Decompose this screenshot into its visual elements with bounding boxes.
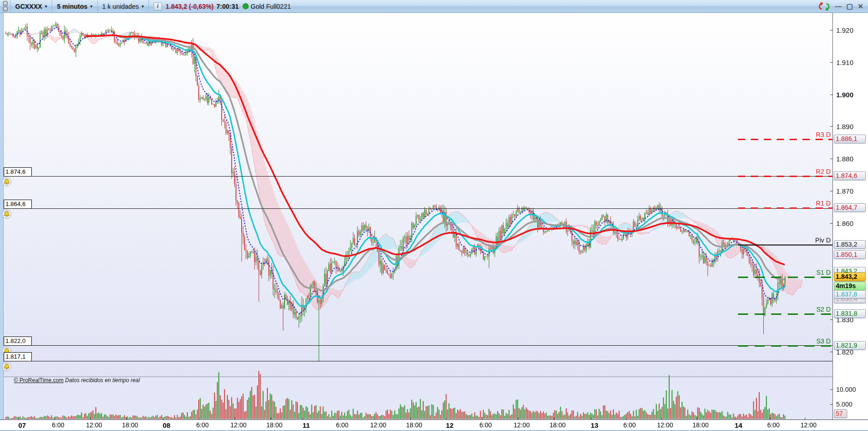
- volume-axis-tick: 10.000: [836, 386, 856, 393]
- ma-red-value-label: 1.850,1: [834, 250, 866, 259]
- time-axis-label: 18:00: [122, 421, 138, 429]
- alert-price-box[interactable]: 1.817,1: [4, 352, 32, 361]
- time-axis-label: 18:00: [549, 421, 565, 429]
- quote-time: 7:00:31: [216, 3, 238, 10]
- maximize-button[interactable]: ▢: [846, 3, 853, 10]
- pivot-level-label-piv-d: Piv D: [815, 236, 831, 244]
- timeframe-dropdown[interactable]: 5 minutos ▾: [52, 0, 97, 12]
- instrument-label: GCXXXX: [15, 3, 42, 10]
- pivot-level-label-r3-d: R3 D: [816, 131, 831, 138]
- time-axis-label: 07: [18, 421, 26, 429]
- alarm-bell-icon[interactable]: [2, 177, 12, 187]
- pivot-level-label-s2-d: S2 D: [816, 306, 831, 313]
- chevron-down-icon: ▾: [90, 4, 93, 9]
- footer: © ProRealTime.com Datos recibidos en tie…: [5, 371, 140, 390]
- time-axis-label: 18:00: [692, 421, 708, 429]
- time-axis-label: 6:00: [479, 421, 492, 429]
- pivot-level-label-s3-d: S3 D: [816, 337, 831, 345]
- ma-cyan-value-label: 1.837,8: [834, 290, 866, 299]
- time-axis-label: 6:00: [767, 421, 779, 429]
- price-axis-tick: 1.910: [836, 58, 854, 66]
- time-axis-label: 12:00: [513, 421, 529, 429]
- trading-window: GCXXXX ▾ 5 minutos ▾ 1 k unidades ▾ i 1.…: [0, 0, 868, 431]
- time-axis-label: 08: [163, 421, 171, 429]
- s2-price-label: 1.831,8: [834, 309, 866, 318]
- last-price-and-change: 1.843,2 (-0,63%): [166, 3, 214, 10]
- link-icon: [3, 6, 8, 12]
- alert-price-box[interactable]: 1.874,6: [4, 167, 32, 177]
- feed-name: Gold Full0221: [251, 3, 291, 10]
- refresh-icon[interactable]: [818, 2, 830, 11]
- instrument-dropdown[interactable]: GCXXXX ▾: [11, 0, 52, 12]
- time-axis-label: 12:00: [657, 421, 673, 429]
- alarm-bell-icon[interactable]: [2, 209, 12, 219]
- volume-axis-tick: 5.000: [836, 401, 852, 408]
- time-axis-label: 13: [591, 421, 599, 429]
- price-chart-canvas[interactable]: [4, 13, 832, 419]
- time-axis-label: 12:00: [230, 421, 246, 429]
- pivot-level-label-r1-d: R1 D: [816, 200, 831, 207]
- time-axis-label: 12:00: [370, 421, 386, 429]
- time-axis-label: 6:00: [623, 421, 636, 429]
- link-tool-icon[interactable]: [0, 0, 11, 12]
- time-axis-label: 6:00: [196, 421, 208, 429]
- price-axis-border: [832, 13, 833, 419]
- pivot-price-label: 1.853,2: [834, 240, 866, 249]
- timeframe-label: 5 minutos: [57, 3, 87, 10]
- time-axis[interactable]: 076:0012:0018:00086:0012:0018:00116:0012…: [0, 419, 868, 430]
- feed-status-icon: [243, 3, 249, 9]
- price-axis-tick: 1.880: [836, 155, 854, 163]
- chevron-down-icon: ▾: [142, 4, 144, 9]
- r2-price-label: 1.874,6: [834, 171, 866, 180]
- alert-price-box[interactable]: 1.822,0: [4, 337, 32, 346]
- chevron-down-icon: ▾: [45, 4, 47, 9]
- info-icon[interactable]: i: [154, 2, 162, 11]
- link-icon: [3, 1, 8, 6]
- time-axis-label: 6:00: [52, 421, 64, 429]
- s3-price-label: 1.821,9: [834, 341, 866, 350]
- time-axis-label: 18:00: [406, 421, 422, 429]
- window-controls: — ▢ ✕: [818, 2, 868, 11]
- time-axis-label: 12:00: [86, 421, 102, 429]
- price-axis-tick: 1.860: [836, 219, 854, 227]
- price-axis-tick: 1.870: [836, 187, 854, 195]
- time-axis-label: 12:00: [800, 421, 816, 429]
- r1-price-label: 1.864,7: [834, 203, 866, 212]
- units-dropdown[interactable]: 1 k unidades ▾: [98, 0, 149, 12]
- title-bar: GCXXXX ▾ 5 minutos ▾ 1 k unidades ▾ i 1.…: [0, 0, 868, 13]
- close-button[interactable]: ✕: [857, 3, 863, 10]
- pivot-level-label-s1-d: S1 D: [816, 269, 831, 276]
- time-axis-label: 18:00: [266, 421, 282, 429]
- time-axis-label: 14: [735, 421, 743, 429]
- time-axis-label: 11: [303, 421, 310, 429]
- time-axis-label: 12: [446, 421, 454, 429]
- countdown-label: 4m19s: [834, 282, 866, 290]
- minimize-button[interactable]: —: [835, 3, 842, 10]
- price-axis-tick: 1.920: [836, 26, 854, 34]
- feed-status-text: Datos recibidos en tiempo real: [64, 377, 140, 384]
- current-volume-label: 57: [834, 409, 847, 418]
- time-axis-label: 6:00: [336, 421, 348, 429]
- units-label: 1 k unidades: [102, 3, 139, 10]
- price-axis-tick: 1.900: [836, 90, 854, 98]
- pivot-level-label-r2-d: R2 D: [816, 168, 831, 175]
- prorealtime-link[interactable]: © ProRealTime.com: [14, 377, 64, 384]
- price-axis-tick: 1.890: [836, 123, 854, 130]
- r3-price-label: 1.886,1: [834, 135, 866, 143]
- alert-price-box[interactable]: 1.864,6: [4, 200, 32, 209]
- current-price-label: 1.843,2: [834, 272, 866, 281]
